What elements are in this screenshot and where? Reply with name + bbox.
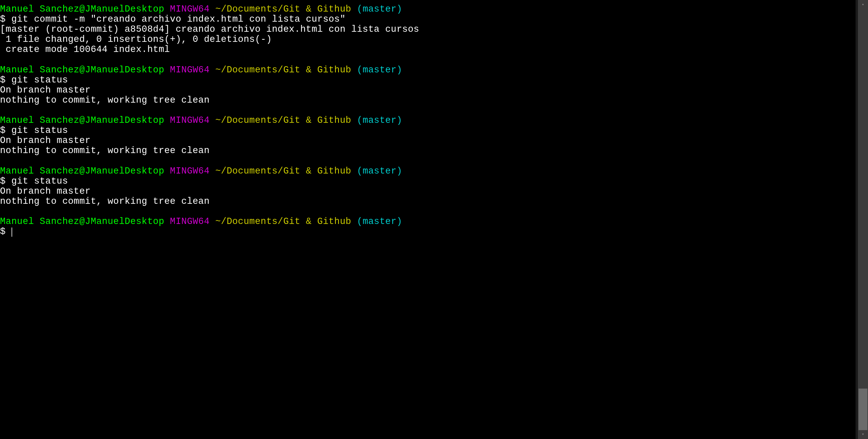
command-text: git status: [11, 75, 68, 85]
output-text: On branch master: [0, 85, 856, 95]
prompt-symbol: $: [0, 176, 6, 186]
branch-label: (master): [357, 166, 402, 176]
prompt-line: Manuel Sanchez@JManuelDesktop MINGW64 ~/…: [0, 115, 856, 125]
command-text: git status: [11, 125, 68, 135]
terminal-output[interactable]: Manuel Sanchez@JManuelDesktop MINGW64 ~/…: [0, 0, 856, 439]
command-line[interactable]: $ git status: [0, 125, 856, 135]
command-line[interactable]: $ git commit -m "creando archivo index.h…: [0, 14, 856, 24]
output-text: nothing to commit, working tree clean: [0, 146, 856, 156]
prompt-line: Manuel Sanchez@JManuelDesktop MINGW64 ~/…: [0, 166, 856, 176]
cursor: [11, 227, 12, 237]
user-host: Manuel Sanchez@JManuelDesktop: [0, 166, 164, 176]
prompt-line: Manuel Sanchez@JManuelDesktop MINGW64 ~/…: [0, 4, 856, 14]
divider: [856, 0, 858, 439]
output-text: On branch master: [0, 186, 856, 196]
user-host: Manuel Sanchez@JManuelDesktop: [0, 115, 164, 125]
env-label: MINGW64: [170, 65, 210, 75]
user-host: Manuel Sanchez@JManuelDesktop: [0, 216, 164, 227]
env-label: MINGW64: [170, 115, 210, 125]
blank-line: [0, 105, 856, 115]
env-label: MINGW64: [170, 4, 210, 14]
prompt-symbol: $: [0, 226, 6, 237]
prompt-symbol: $: [0, 75, 6, 85]
prompt-line: Manuel Sanchez@JManuelDesktop MINGW64 ~/…: [0, 217, 856, 227]
output-text: 1 file changed, 0 insertions(+), 0 delet…: [0, 34, 856, 44]
output-text: [master (root-commit) a8508d4] creando a…: [0, 24, 856, 34]
command-text: git status: [11, 176, 68, 186]
blank-line: [0, 55, 856, 65]
branch-label: (master): [357, 65, 402, 75]
cwd-path: ~/Documents/Git & Github: [215, 4, 351, 14]
prompt-symbol: $: [0, 125, 6, 135]
blank-line: [0, 207, 856, 217]
prompt-symbol: $: [0, 14, 6, 24]
prompt-line: Manuel Sanchez@JManuelDesktop MINGW64 ~/…: [0, 65, 856, 75]
output-text: On branch master: [0, 135, 856, 146]
blank-line: [0, 156, 856, 166]
output-text: create mode 100644 index.html: [0, 44, 856, 55]
branch-label: (master): [357, 216, 402, 227]
cwd-path: ~/Documents/Git & Github: [215, 65, 351, 75]
output-text: nothing to commit, working tree clean: [0, 196, 856, 207]
env-label: MINGW64: [170, 216, 210, 227]
scrollbar-thumb[interactable]: [859, 388, 867, 430]
branch-label: (master): [357, 115, 402, 125]
command-line[interactable]: $: [0, 227, 856, 237]
command-text: git commit -m "creando archivo index.htm…: [11, 14, 345, 24]
cwd-path: ~/Documents/Git & Github: [215, 115, 351, 125]
command-line[interactable]: $ git status: [0, 75, 856, 85]
scroll-down-icon[interactable]: ▾: [858, 430, 868, 439]
cwd-path: ~/Documents/Git & Github: [215, 216, 351, 227]
branch-label: (master): [357, 4, 402, 14]
scroll-up-icon[interactable]: ▴: [858, 0, 868, 9]
user-host: Manuel Sanchez@JManuelDesktop: [0, 65, 164, 75]
cwd-path: ~/Documents/Git & Github: [215, 166, 351, 176]
command-line[interactable]: $ git status: [0, 176, 856, 186]
scrollbar-track[interactable]: ▴ ▾: [858, 0, 868, 439]
output-text: nothing to commit, working tree clean: [0, 95, 856, 105]
user-host: Manuel Sanchez@JManuelDesktop: [0, 4, 164, 14]
env-label: MINGW64: [170, 166, 210, 176]
